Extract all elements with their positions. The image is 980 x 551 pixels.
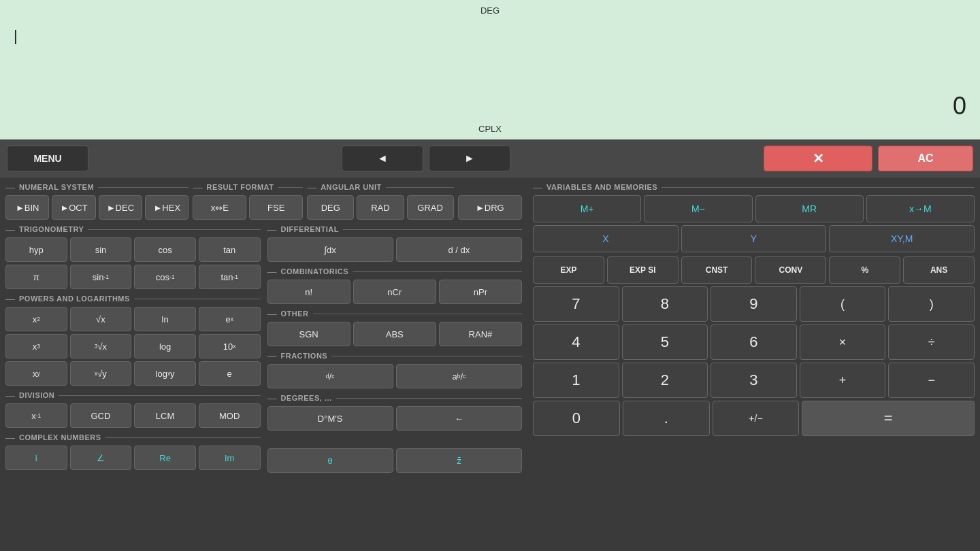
minus-button[interactable]: − [888,363,975,398]
x-button[interactable]: X [533,225,679,252]
variables-label: VARIABLES AND MEMORIES [546,183,657,191]
abs-button[interactable]: ABS [353,322,436,346]
num8-button[interactable]: 8 [622,286,708,322]
logxy-button[interactable]: logxy [134,361,196,386]
gcd-button[interactable]: GCD [70,403,132,428]
derivative-button[interactable]: d / dx [396,237,522,262]
forward-button[interactable]: ► [429,146,510,171]
xtom-button[interactable]: x→M [866,195,975,222]
degrees-label: DEGREES, ... [281,394,332,402]
cplx-indicator: CPLX [478,124,502,134]
combinatorics-label: COMBINATORICS [281,267,349,276]
num7-button[interactable]: 7 [533,286,619,322]
e-button[interactable]: e [199,361,261,386]
expsi-button[interactable]: EXP SI [607,256,679,284]
num9-button[interactable]: 9 [710,286,797,322]
num1-button[interactable]: 1 [533,363,619,398]
num0-button[interactable]: 0 [533,401,620,436]
integral-button[interactable]: ∫dx [267,237,393,262]
sin-button[interactable]: sin [70,237,132,262]
mod-button[interactable]: MOD [199,403,261,428]
xinv-button[interactable]: x-1 [5,403,67,428]
angular-unit-label: ANGULAR UNIT [321,183,382,191]
mul-button[interactable]: × [800,324,886,360]
conv-button[interactable]: CONV [755,256,826,284]
dc-button[interactable]: d/c [267,364,393,388]
y-button[interactable]: Y [681,225,827,252]
hex-button[interactable]: ►HEX [145,195,189,220]
xe-button[interactable]: x⇔E [193,195,246,220]
oct-button[interactable]: ►OCT [52,195,95,220]
menu-button[interactable]: MENU [7,146,88,171]
xy-button[interactable]: xy [5,361,67,386]
log-button[interactable]: log [134,334,196,358]
num5-button[interactable]: 5 [622,324,708,360]
x2-button[interactable]: x2 [5,307,67,331]
theta-button[interactable]: θ [267,448,393,473]
grad-button[interactable]: GRAD [407,195,454,220]
deg-button[interactable]: DEG [307,195,354,220]
zbar-button[interactable]: z̄ [396,448,522,473]
sin-inv-button[interactable]: sin-1 [70,265,132,289]
num6-button[interactable]: 6 [710,324,797,360]
mr-button[interactable]: MR [755,195,864,222]
exp-button[interactable]: EXP [533,256,604,284]
ncr-button[interactable]: nCr [353,280,436,304]
ac-button[interactable]: AC [878,146,973,171]
pi-button[interactable]: π [5,265,67,289]
tan-inv-button[interactable]: tan-1 [199,265,261,289]
sqrtx-button[interactable]: √x [70,307,132,331]
xrty-button[interactable]: x√y [70,361,132,386]
npr-button[interactable]: nPr [439,280,522,304]
ran-button[interactable]: RAN# [439,322,522,346]
plus-button[interactable]: + [800,363,886,398]
hyp-button[interactable]: hyp [5,237,67,262]
variables-section: — VARIABLES AND MEMORIES M+ M− MR x→M X … [533,182,975,252]
nfact-button[interactable]: n! [267,280,350,304]
abdc-button[interactable]: a b/c [396,364,522,388]
toolbar: MENU ◄ ► ✕ AC [0,139,980,178]
x3-button[interactable]: x3 [5,334,67,358]
posneg-button[interactable]: +/− [713,401,800,436]
pow10-button[interactable]: 10x [199,334,261,358]
dms-button[interactable]: D°M′S [267,406,393,431]
display: DEG | 0 CPLX [0,0,980,139]
pct-button[interactable]: % [829,256,900,284]
lcm-button[interactable]: LCM [134,403,196,428]
mplus-button[interactable]: M+ [533,195,641,222]
sgn-button[interactable]: SGN [267,322,350,346]
rparen-button[interactable]: ) [888,286,975,322]
num2-button[interactable]: 2 [622,363,708,398]
fse-button[interactable]: FSE [249,195,303,220]
complex-label: COMPLEX NUMBERS [19,433,101,441]
xym-button[interactable]: XY,M [829,225,975,252]
im-button[interactable]: Im [199,446,261,470]
bin-button[interactable]: ►BIN [5,195,49,220]
num3-button[interactable]: 3 [710,363,797,398]
cos-inv-button[interactable]: cos-1 [134,265,196,289]
deg-back-button[interactable]: ← [396,406,522,431]
mminus-button[interactable]: M− [644,195,752,222]
cbrtx-button[interactable]: 3√x [70,334,132,358]
backspace-button[interactable]: ✕ [764,146,872,171]
equals-button[interactable]: = [802,401,975,436]
drg-button[interactable]: ►DRG [458,195,522,220]
angle-button[interactable]: ∠ [70,446,132,470]
main-content: — NUMERAL SYSTEM ►BIN ►OCT ►DEC ►HEX — R… [0,178,980,551]
dec-button[interactable]: ►DEC [99,195,142,220]
rad-button[interactable]: RAD [357,195,404,220]
div-button[interactable]: ÷ [888,324,975,360]
cnst-button[interactable]: CNST [681,256,753,284]
dot-button[interactable]: . [623,401,710,436]
ans-button[interactable]: ANS [903,256,975,284]
lparen-button[interactable]: ( [800,286,886,322]
ex-button[interactable]: ex [199,307,261,331]
cursor: | [14,27,18,45]
tan-button[interactable]: tan [199,237,261,262]
ln-button[interactable]: ln [134,307,196,331]
re-button[interactable]: Re [134,446,196,470]
back-button[interactable]: ◄ [342,146,423,171]
num4-button[interactable]: 4 [533,324,619,360]
i-button[interactable]: i [5,446,67,470]
cos-button[interactable]: cos [134,237,196,262]
